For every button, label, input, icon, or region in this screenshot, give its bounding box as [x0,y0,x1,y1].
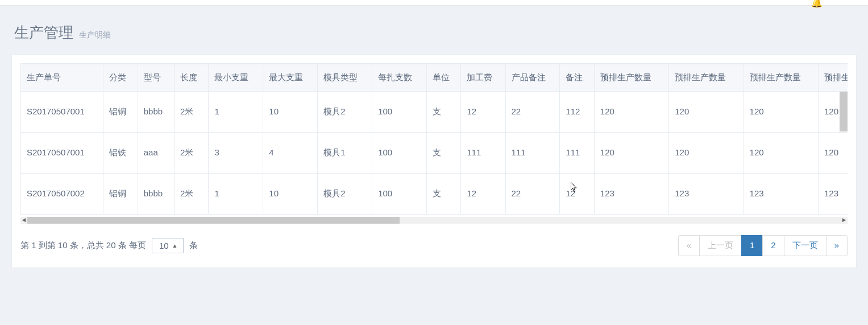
table-row[interactable]: S20170507001铝铜bbbb2米110模具2100支1222112120… [21,92,848,133]
table-cell: 123 [819,174,848,215]
table-cell: 120 [819,133,848,174]
table-cell: 支 [427,133,461,174]
column-header[interactable]: 备注 [560,64,594,92]
table-cell: aaa [138,133,174,174]
scroll-left-arrow-icon[interactable]: ◄ [20,216,27,223]
horizontal-scrollbar-thumb[interactable] [27,217,400,224]
table-cell: 120 [669,92,744,133]
table-cell: 10 [263,92,318,133]
table-cell: 3 [209,133,263,174]
table-cell: 12 [560,174,594,215]
column-header[interactable]: 加工费 [461,64,505,92]
column-header[interactable]: 生产单号 [21,64,103,92]
table-cell: 100 [372,174,427,215]
table-cell: 100 [372,92,427,133]
pagination-info: 第 1 到第 10 条，总共 20 条 每页 10 ▲ 条 [20,238,198,253]
table-cell: 111 [505,133,560,174]
column-header[interactable]: 预排生产数量 [669,64,744,92]
table-cell: 2米 [175,92,209,133]
page-size-select[interactable]: 10 ▲ [152,238,184,253]
table-cell: 123 [669,174,744,215]
table-cell: bbbb [138,174,174,215]
page-title: 生产管理 [14,23,73,43]
table-row[interactable]: S20170507001铝铁aaa2米34模具1100支111111111120… [21,133,848,174]
column-header[interactable]: 模具类型 [318,64,372,92]
table-cell: 120 [594,92,668,133]
info-suffix: 条 [189,240,198,251]
table-cell: 12 [461,92,505,133]
table-cell: 120 [669,133,744,174]
column-header[interactable]: 型号 [138,64,174,92]
page-number-button[interactable]: 2 [762,235,784,256]
table-cell: 1 [209,174,263,215]
column-header[interactable]: 单位 [427,64,461,92]
panel: 生产单号分类型号长度最小支重最大支重模具类型每扎支数单位加工费产品备注备注预排生… [11,54,857,268]
table-cell: bbbb [138,92,174,133]
table-cell: 22 [505,174,560,215]
table-cell: 123 [744,174,818,215]
table-body: S20170507001铝铜bbbb2米110模具2100支1222112120… [21,92,848,215]
table-cell: 120 [744,133,818,174]
prev-page-button[interactable]: 上一页 [699,235,742,256]
column-header[interactable]: 预排生产数量 [744,64,818,92]
caret-up-icon: ▲ [172,242,178,249]
horizontal-scrollbar[interactable]: ◄ ► [20,217,848,224]
table-cell: 模具2 [318,174,372,215]
table-cell: 铝铁 [103,133,138,174]
column-header[interactable]: 产品备注 [505,64,560,92]
table-cell: 111 [461,133,505,174]
first-page-button[interactable]: « [678,235,700,256]
scroll-right-arrow-icon[interactable]: ► [841,216,848,223]
table-cell: 支 [427,174,461,215]
page-number-button[interactable]: 1 [741,235,763,256]
table-cell: 10 [263,174,318,215]
table-cell: 2米 [175,174,209,215]
table-cell: 100 [372,133,427,174]
column-header[interactable]: 每扎支数 [372,64,427,92]
table-header-row: 生产单号分类型号长度最小支重最大支重模具类型每扎支数单位加工费产品备注备注预排生… [21,64,848,92]
table-scroll: 生产单号分类型号长度最小支重最大支重模具类型每扎支数单位加工费产品备注备注预排生… [20,63,848,215]
column-header[interactable]: 分类 [103,64,138,92]
info-prefix: 第 1 到第 10 条，总共 20 条 每页 [20,240,146,251]
table-cell: S20170507002 [21,174,103,215]
pagination: « 上一页 12 下一页 » [679,235,848,256]
page-subtitle: 生产明细 [79,30,111,40]
data-table: 生产单号分类型号长度最小支重最大支重模具类型每扎支数单位加工费产品备注备注预排生… [20,63,848,215]
table-cell: 铝铜 [103,92,138,133]
table-cell: 铝铜 [103,174,138,215]
table-cell: 支 [427,92,461,133]
vertical-scrollbar-thumb[interactable] [840,92,848,131]
column-header[interactable]: 预排生产 [819,64,848,92]
table-cell: 1 [209,92,263,133]
column-header[interactable]: 最小支重 [209,64,263,92]
last-page-button[interactable]: » [826,235,848,256]
bell-icon[interactable]: 🔔 [811,0,823,8]
table-cell: 120 [594,133,668,174]
page-header: 生产管理 生产明细 [11,17,857,54]
table-cell: 12 [461,174,505,215]
top-bar: 🔔 [0,0,868,6]
table-cell: 模具1 [318,133,372,174]
table-cell: 2米 [175,133,209,174]
page-size-value: 10 [159,241,169,250]
next-page-button[interactable]: 下一页 [784,235,827,256]
table-cell: S20170507001 [21,92,103,133]
column-header[interactable]: 长度 [175,64,209,92]
table-cell: 112 [560,92,594,133]
table-cell: 4 [263,133,318,174]
table-cell: 120 [744,92,818,133]
table-cell: S20170507001 [21,133,103,174]
table-footer: 第 1 到第 10 条，总共 20 条 每页 10 ▲ 条 « 上一页 12 下… [20,235,848,256]
table-row[interactable]: S20170507002铝铜bbbb2米110模具2100支1222121231… [21,174,848,215]
table-cell: 111 [560,133,594,174]
page-wrap: 生产管理 生产明细 生产单号分类型号长度最小支重最大支重模具类型每扎支数单位加工… [0,6,868,279]
table-cell: 模具2 [318,92,372,133]
column-header[interactable]: 最大支重 [263,64,318,92]
table-cell: 22 [505,92,560,133]
column-header[interactable]: 预排生产数量 [594,64,668,92]
table-cell: 123 [594,174,668,215]
